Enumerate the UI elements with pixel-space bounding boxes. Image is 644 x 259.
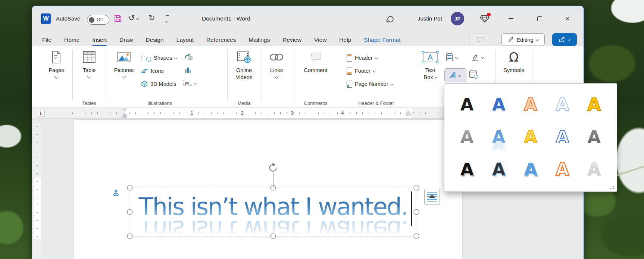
vertical-ruler[interactable] — [34, 122, 41, 259]
screen: W AutoSave Off ↺ ↻ Document1 - Word — [0, 0, 644, 259]
resize-handle-middle-right[interactable] — [414, 209, 419, 215]
wordart-style-dark-blue-outline[interactable]: A — [483, 153, 515, 185]
tab-file[interactable]: File — [41, 36, 52, 44]
comment-button[interactable]: Comment — [301, 49, 331, 74]
chevron-down-icon — [122, 74, 126, 78]
editing-mode-button[interactable]: Editing — [501, 33, 545, 46]
wordart-style-black-shadow[interactable]: A — [451, 153, 483, 185]
online-videos-icon — [229, 49, 259, 65]
comment-icon — [301, 49, 331, 65]
tab-review[interactable]: Review — [282, 36, 302, 44]
chevron-down-icon — [274, 74, 278, 78]
avatar[interactable]: JP — [451, 12, 464, 25]
footer-button[interactable]: Footer — [347, 66, 375, 75]
pictures-button[interactable]: Pictures — [109, 49, 139, 81]
quick-parts-icon — [446, 53, 453, 61]
first-line-indent-marker[interactable] — [122, 109, 127, 112]
group-separator — [343, 50, 343, 100]
rotation-handle-stem — [273, 173, 273, 188]
wordart-style-white-orange-outline[interactable]: A — [547, 153, 578, 185]
ruler-number: 4 — [341, 110, 344, 116]
group-separator — [412, 50, 412, 100]
screenshot-button[interactable] — [183, 79, 197, 88]
minimize-button[interactable] — [503, 13, 518, 25]
date-time-button[interactable] — [469, 69, 477, 78]
comments-pane-button[interactable] — [469, 33, 491, 46]
pages-button[interactable]: Pages — [41, 49, 71, 81]
links-button[interactable]: Links — [262, 49, 291, 81]
close-button[interactable]: × — [560, 13, 575, 25]
gallery-resize-grip[interactable] — [613, 188, 614, 189]
table-icon — [74, 49, 104, 65]
resize-handle-bottom-right[interactable] — [414, 234, 419, 239]
save-button[interactable] — [113, 14, 122, 23]
tab-selector[interactable]: L — [38, 110, 45, 117]
wordart-button[interactable]: A — [444, 68, 466, 82]
tab-help[interactable]: Help — [338, 36, 352, 44]
shapes-button[interactable]: Shapes — [141, 53, 177, 62]
text-box-selection-frame[interactable] — [130, 188, 417, 237]
wordart-style-orange-outline[interactable]: A — [515, 88, 546, 121]
share-button[interactable] — [552, 33, 577, 46]
smartart-button[interactable] — [184, 53, 193, 62]
search-icon[interactable] — [387, 16, 394, 22]
online-videos-button[interactable]: Online Videos — [229, 49, 259, 81]
group-label-comments: Comments — [304, 100, 328, 106]
table-button[interactable]: Table — [74, 49, 104, 81]
wordart-style-blue-fill[interactable]: A — [483, 88, 515, 121]
resize-handle-middle-left[interactable] — [127, 209, 133, 215]
wordart-style-gray-gradient[interactable]: A — [451, 121, 483, 153]
resize-handle-bottom-center[interactable] — [271, 234, 276, 239]
wordart-style-black-fill[interactable]: A — [451, 88, 483, 121]
left-indent-marker[interactable] — [122, 116, 127, 118]
tab-home[interactable]: Home — [63, 36, 80, 44]
quick-parts-button[interactable] — [446, 53, 457, 62]
omega-icon: Ω — [509, 50, 519, 65]
premium-gem-button[interactable] — [480, 14, 490, 23]
chart-button[interactable] — [184, 65, 192, 74]
3d-models-button[interactable]: 3D Models — [141, 79, 185, 88]
hanging-indent-marker[interactable] — [122, 113, 127, 116]
wordart-style-lightblue-shadow[interactable]: A — [515, 153, 546, 185]
shapes-icon — [141, 56, 145, 60]
tab-view[interactable]: View — [313, 36, 327, 44]
word-app-icon[interactable]: W — [41, 13, 51, 24]
page-number-button[interactable]: # Page Number — [347, 79, 393, 88]
wordart-gallery: A A A A A A A A A A A A A A A — [444, 83, 617, 192]
wordart-style-white-blue-outline[interactable]: A — [547, 121, 578, 153]
rotation-handle[interactable] — [268, 163, 278, 173]
header-button[interactable]: Header — [347, 53, 378, 62]
comment-bubble-icon — [476, 37, 484, 43]
wordart-style-blue-reflection[interactable]: A — [483, 121, 515, 153]
resize-handle-top-right[interactable] — [414, 185, 419, 191]
resize-handle-top-left[interactable] — [127, 185, 133, 191]
page-number-icon: # — [347, 81, 352, 88]
text-box-button[interactable]: A Text Box — [418, 49, 442, 81]
tab-mailings[interactable]: Mailings — [248, 36, 271, 44]
autosave-toggle[interactable]: Off — [87, 15, 109, 25]
wordart-style-darkgray-gradient[interactable]: A — [578, 121, 610, 153]
resize-handle-bottom-left[interactable] — [127, 234, 133, 239]
account-name[interactable]: Justin Pot — [418, 15, 442, 22]
notification-dot — [487, 13, 491, 16]
redo-button[interactable]: ↻ — [149, 13, 155, 22]
tab-insert[interactable]: Insert — [91, 36, 107, 44]
maximize-button[interactable] — [532, 13, 547, 25]
tab-shape-format[interactable]: Shape Format — [363, 36, 401, 44]
tab-design[interactable]: Design — [145, 36, 164, 44]
right-indent-marker[interactable] — [406, 113, 411, 116]
quick-access-toolbar-chevron[interactable] — [166, 15, 169, 25]
wordart-style-silver-gradient[interactable]: A — [578, 153, 610, 185]
signature-line-button[interactable] — [472, 53, 484, 62]
undo-button[interactable]: ↺ — [128, 13, 138, 22]
wordart-style-lightblue-outline[interactable]: A — [547, 88, 578, 121]
symbols-button[interactable]: Ω Symbols — [499, 49, 529, 74]
tab-draw[interactable]: Draw — [119, 36, 134, 44]
3d-models-icon — [141, 81, 148, 87]
tab-references[interactable]: References — [206, 36, 237, 44]
wordart-style-gold-fill[interactable]: A — [578, 88, 610, 121]
tab-layout[interactable]: Layout — [176, 36, 195, 44]
icons-button[interactable]: Icons — [141, 66, 164, 75]
wordart-style-gold-gradient[interactable]: A — [515, 121, 546, 153]
layout-options-button[interactable] — [424, 189, 440, 205]
